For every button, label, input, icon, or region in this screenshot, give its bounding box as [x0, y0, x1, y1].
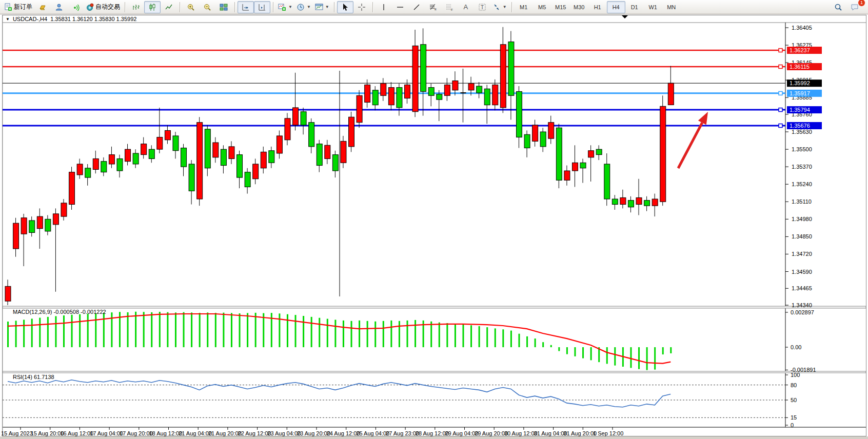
bear-candle	[628, 201, 634, 207]
price-tag-label: 1.35676	[790, 123, 810, 129]
time-axis-label: 27 Aug 23:00	[386, 430, 419, 436]
bull-candle	[213, 143, 219, 157]
macd-histogram-bar	[614, 347, 616, 366]
bull-candle	[548, 123, 554, 138]
time-axis-label: 29 Aug 04:00	[445, 430, 479, 436]
bull-candle	[444, 85, 450, 95]
bull-candle	[285, 118, 290, 140]
bull-candle	[229, 147, 234, 159]
time-axis-label: 1 Sep 12:00	[593, 430, 623, 436]
macd-histogram-bar	[63, 315, 65, 347]
bull-candle	[588, 151, 594, 157]
annotation-arrow-shaft[interactable]	[678, 123, 702, 168]
bull-candle	[141, 144, 147, 155]
price-line-handle-1.35917[interactable]	[779, 91, 782, 95]
macd-histogram-bar	[231, 313, 232, 347]
rsi-axis-label: 100	[791, 372, 800, 378]
macd-histogram-bar	[55, 316, 56, 347]
bull-candle	[61, 203, 67, 216]
bull-candle	[492, 85, 498, 105]
bear-candle	[428, 88, 434, 96]
bull-candle	[572, 163, 578, 171]
macd-histogram-bar	[502, 329, 504, 347]
bull-candle	[500, 45, 506, 108]
price-axis-label: 1.35370	[792, 164, 812, 170]
bull-candle	[341, 141, 346, 163]
bull-candle	[109, 155, 114, 164]
bear-candle	[477, 86, 482, 93]
macd-histogram-bar	[654, 347, 656, 370]
macd-histogram-bar	[343, 321, 344, 347]
macd-histogram-bar	[558, 347, 560, 351]
macd-histogram-bar	[390, 321, 392, 347]
time-axis-label: 17 Aug 04:00	[90, 430, 123, 436]
price-line-handle-1.36115[interactable]	[779, 65, 782, 68]
bull-candle	[21, 218, 27, 234]
macd-histogram-bar	[455, 324, 456, 347]
macd-histogram-bar	[518, 334, 520, 347]
bull-candle	[405, 85, 410, 98]
macd-histogram-bar	[638, 347, 640, 369]
chart-canvas[interactable]: 1.364051.362751.361451.360151.358851.357…	[0, 0, 868, 439]
bull-candle	[652, 199, 658, 206]
macd-histogram-bar	[566, 347, 568, 354]
macd-histogram-bar	[287, 314, 288, 347]
bear-candle	[612, 199, 618, 204]
mt4-terminal-window: 新订单 自动交易	[0, 0, 868, 439]
rsi-axis-label: 50	[791, 397, 797, 403]
macd-histogram-bar	[510, 331, 512, 347]
macd-histogram-bar	[103, 313, 105, 347]
macd-histogram-bar	[263, 313, 264, 347]
macd-histogram-bar	[151, 312, 152, 347]
bear-candle	[29, 221, 35, 233]
bear-candle	[372, 90, 378, 105]
macd-histogram-bar	[127, 312, 129, 347]
macd-histogram-bar	[79, 314, 81, 347]
bear-candle	[596, 149, 602, 154]
bear-candle	[237, 155, 243, 178]
bull-candle	[365, 85, 370, 102]
macd-histogram-bar	[207, 312, 208, 347]
time-axis-label: 22 Aug 12:00	[238, 430, 271, 436]
panel-separator-macd[interactable]	[3, 306, 866, 308]
bull-candle	[660, 106, 666, 202]
macd-histogram-bar	[383, 321, 384, 347]
bear-candle	[540, 132, 546, 147]
macd-histogram-bar	[255, 313, 257, 347]
bull-candle	[293, 108, 299, 125]
rsi-line	[8, 380, 670, 407]
macd-histogram-bar	[470, 325, 472, 347]
macd-histogram-bar	[183, 312, 185, 347]
macd-histogram-bar	[7, 322, 9, 347]
price-line-handle-1.36237[interactable]	[779, 49, 782, 52]
bull-candle	[532, 125, 538, 141]
bull-candle	[37, 216, 43, 229]
macd-axis-label: 0.00	[791, 344, 801, 350]
price-axis-label: 1.34850	[792, 233, 812, 240]
price-line-handle-1.35676[interactable]	[779, 124, 782, 127]
macd-histogram-bar	[191, 312, 192, 347]
panel-separator-rsi[interactable]	[3, 371, 866, 373]
time-axis-label: 28 Aug 12:00	[416, 430, 449, 436]
macd-histogram-bar	[662, 347, 664, 354]
macd-histogram-bar	[367, 321, 368, 347]
time-axis-label: 29 Aug 20:00	[475, 430, 508, 436]
bear-candle	[524, 134, 530, 148]
annotation-arrow-head[interactable]	[698, 112, 708, 125]
price-axis-label: 1.35500	[792, 146, 812, 152]
macd-histogram-bar	[303, 316, 304, 347]
chart-shift-marker[interactable]	[622, 15, 628, 18]
rsi-axis-label: 0	[791, 422, 794, 428]
bear-candle	[117, 158, 123, 171]
macd-histogram-bar	[223, 313, 224, 347]
rsi-axis-label: 80	[791, 382, 797, 388]
macd-histogram-bar	[535, 338, 536, 347]
price-line-handle-1.35794[interactable]	[779, 108, 782, 112]
time-axis-label: 23 Aug 04:00	[267, 430, 301, 436]
macd-histogram-bar	[327, 319, 328, 347]
macd-histogram-bar	[550, 345, 552, 347]
macd-histogram-bar	[159, 312, 161, 347]
bear-candle	[332, 155, 338, 171]
macd-histogram-bar	[526, 336, 528, 347]
bull-candle	[349, 117, 354, 147]
